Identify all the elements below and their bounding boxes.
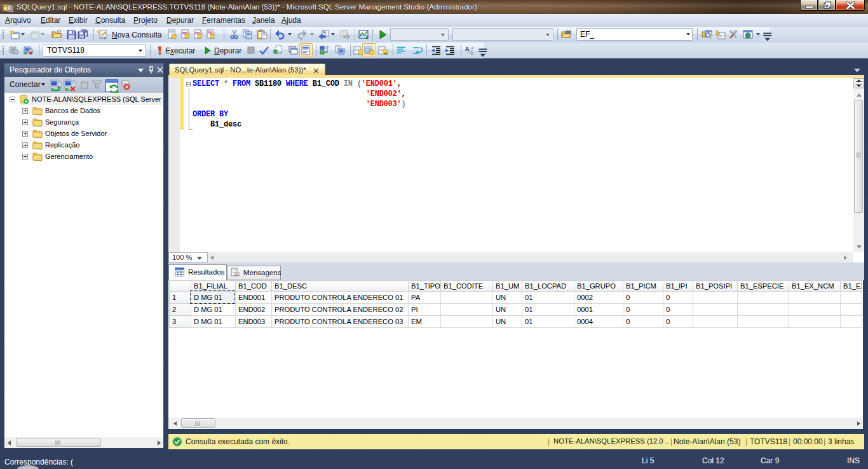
svg-text:B: B [470,50,473,56]
svg-text:A: A [465,46,470,52]
